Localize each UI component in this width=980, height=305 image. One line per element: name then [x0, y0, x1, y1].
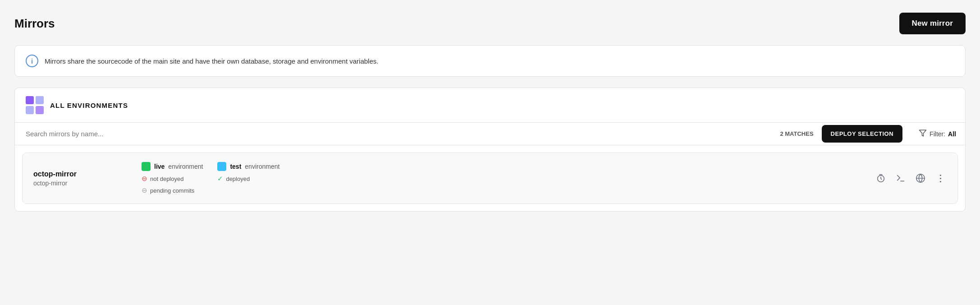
- info-icon: i: [26, 55, 38, 67]
- globe-icon[interactable]: [914, 172, 927, 185]
- svg-rect-0: [26, 96, 34, 104]
- pending-icon: ⊖: [142, 186, 147, 194]
- env-tags: live environment ⊖ not deployed ⊖ pendin…: [142, 162, 856, 194]
- not-deployed-label: not deployed: [150, 176, 183, 182]
- mirror-name-block: octop-mirror octop-mirror: [33, 170, 124, 187]
- mirror-actions: ⋮: [875, 172, 947, 185]
- env-tag-type-test: environment: [245, 163, 279, 170]
- env-header: ALL ENVIRONMENTS: [15, 88, 965, 123]
- search-input[interactable]: [15, 123, 772, 145]
- mirror-name-primary: octop-mirror: [33, 170, 124, 178]
- env-title: ALL ENVIRONMENTS: [50, 102, 128, 109]
- deployed-label: deployed: [226, 176, 250, 182]
- info-box: i Mirrors share the sourcecode of the ma…: [14, 45, 966, 77]
- env-tag-name-test: test: [230, 163, 241, 170]
- timer-icon[interactable]: [875, 172, 887, 185]
- page-title: Mirrors: [14, 17, 55, 31]
- app-icon: [26, 96, 44, 114]
- env-status-deployed: ✓ deployed: [217, 175, 279, 183]
- env-tag-header-live: live environment: [142, 162, 203, 171]
- new-mirror-button[interactable]: New mirror: [899, 13, 966, 34]
- not-deployed-icon: ⊖: [142, 175, 147, 183]
- terminal-icon[interactable]: [894, 172, 907, 185]
- info-text: Mirrors share the sourcecode of the main…: [45, 57, 378, 65]
- filter-label: Filter:: [930, 130, 945, 138]
- svg-rect-3: [36, 106, 44, 114]
- table-row: octop-mirror octop-mirror live environme…: [22, 152, 958, 204]
- environments-section: ALL ENVIRONMENTS 2 MATCHES DEPLOY SELECT…: [14, 88, 966, 212]
- deploy-selection-button[interactable]: DEPLOY SELECTION: [822, 125, 903, 143]
- page-header: Mirrors New mirror: [14, 13, 966, 34]
- env-dot-live: [142, 162, 151, 171]
- env-dot-test: [217, 162, 226, 171]
- pending-label: pending commits: [150, 187, 194, 194]
- env-tag-type-live: environment: [168, 163, 203, 170]
- env-tag-group-live: live environment ⊖ not deployed ⊖ pendin…: [142, 162, 203, 194]
- more-options-icon[interactable]: ⋮: [934, 173, 947, 184]
- mirror-list: octop-mirror octop-mirror live environme…: [15, 145, 965, 211]
- env-tag-name-live: live: [154, 163, 165, 170]
- matches-badge: 2 MATCHES: [772, 130, 821, 137]
- filter-icon: [919, 129, 927, 139]
- filter-value: All: [948, 130, 956, 138]
- env-status-pending: ⊖ pending commits: [142, 186, 203, 194]
- env-tag-header-test: test environment: [217, 162, 279, 171]
- svg-rect-2: [26, 106, 34, 114]
- svg-rect-1: [36, 96, 44, 104]
- svg-marker-4: [920, 130, 926, 136]
- search-bar: 2 MATCHES DEPLOY SELECTION Filter: All: [15, 123, 965, 145]
- env-tag-group-test: test environment ✓ deployed: [217, 162, 279, 194]
- info-icon-label: i: [31, 57, 33, 65]
- mirror-name-secondary: octop-mirror: [33, 180, 124, 187]
- deployed-icon: ✓: [217, 175, 223, 183]
- env-status-not-deployed: ⊖ not deployed: [142, 175, 203, 183]
- filter-section: Filter: All: [910, 129, 965, 139]
